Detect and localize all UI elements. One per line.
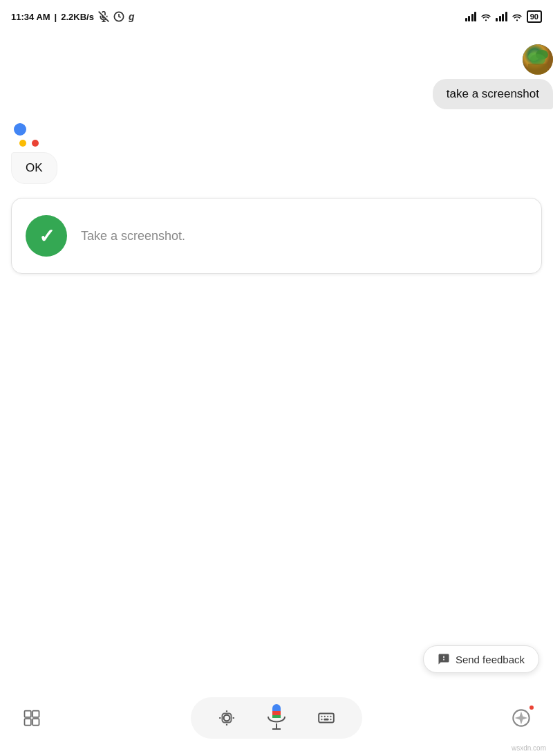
assistant-message-text: OK (26, 161, 43, 174)
assistant-container: OK (0, 123, 553, 184)
svg-rect-12 (32, 719, 39, 725)
clock-icon (113, 11, 124, 22)
g-icon: g (129, 11, 135, 22)
explore-badge (528, 704, 535, 711)
mic-icon (264, 703, 289, 733)
signal-bars-1 (465, 12, 477, 21)
assistant-message-bubble: OK (11, 152, 57, 184)
feedback-icon (438, 653, 450, 665)
avatar-image (523, 44, 553, 75)
user-avatar (523, 44, 553, 75)
user-message-container: take a screenshot (0, 44, 553, 109)
dot-red (32, 140, 39, 147)
dot-yellow (19, 140, 26, 147)
network-speed: 2.2KB/s (61, 12, 94, 22)
bottom-toolbar (0, 687, 553, 756)
action-card-text: Take a screenshot. (81, 229, 185, 243)
status-right: 90 (465, 10, 542, 23)
svg-marker-32 (515, 712, 528, 725)
svg-rect-9 (25, 711, 31, 717)
battery-indicator: 90 (527, 10, 542, 23)
svg-rect-11 (25, 719, 31, 725)
feedback-label: Send feedback (456, 654, 525, 665)
checkmark-icon: ✓ (39, 225, 55, 248)
separator: | (55, 12, 57, 22)
keyboard-button[interactable] (311, 703, 341, 733)
check-circle: ✓ (26, 215, 67, 257)
user-message-bubble: take a screenshot (433, 79, 553, 109)
svg-rect-20 (319, 714, 334, 723)
explore-button[interactable] (506, 703, 536, 733)
wifi-icon-2 (511, 12, 523, 21)
dot-blue (14, 123, 26, 136)
keyboard-icon (317, 709, 335, 727)
status-left: 11:34 AM | 2.2KB/s g (11, 11, 135, 22)
time-display: 11:34 AM (11, 12, 50, 22)
lens-button[interactable] (212, 703, 242, 733)
menu-button[interactable] (17, 703, 47, 733)
google-assistant-logo (14, 123, 39, 148)
google-dots (14, 123, 39, 148)
status-bar: 11:34 AM | 2.2KB/s g (0, 0, 553, 30)
menu-icon (22, 708, 41, 728)
explore-icon (512, 708, 531, 728)
svg-rect-17 (272, 715, 281, 718)
svg-point-13 (224, 715, 230, 721)
wifi-icon (480, 12, 492, 21)
watermark: wsxdn.com (512, 744, 546, 752)
action-card: ✓ Take a screenshot. (11, 198, 542, 274)
mic-button[interactable] (259, 700, 294, 736)
svg-rect-10 (32, 711, 39, 717)
svg-point-7 (530, 54, 545, 65)
mic-container (191, 697, 362, 739)
mute-icon (98, 11, 109, 22)
send-feedback-button[interactable]: Send feedback (423, 645, 539, 673)
user-message-text: take a screenshot (447, 87, 539, 100)
signal-bars-2 (496, 12, 507, 21)
svg-rect-8 (528, 64, 547, 75)
lens-icon (218, 709, 236, 727)
